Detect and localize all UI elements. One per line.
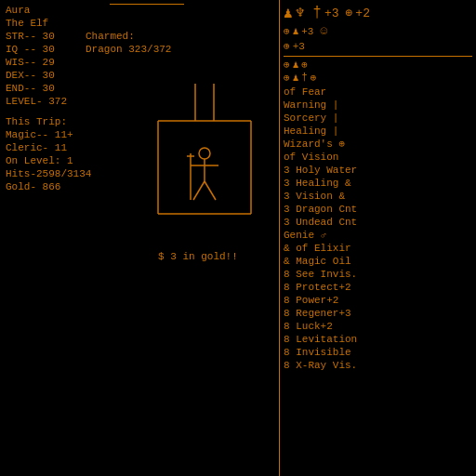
right-divider — [284, 56, 472, 57]
character-title: The Elf — [6, 17, 273, 30]
shield-icon: ⊕ — [346, 6, 353, 20]
figure-icon-3: ♟ — [293, 72, 299, 84]
ring-icon-5: ⊕ — [284, 72, 290, 84]
charmed-label: Charmed: — [86, 30, 171, 43]
ring-icon-2: ⊕ — [284, 40, 290, 52]
plus3-label: +3 — [324, 7, 339, 20]
gold-text: $ 3 in gold!! — [158, 251, 238, 262]
svg-point-6 — [199, 148, 210, 159]
stat-dex: DEX-- 30 — [6, 69, 67, 82]
plus3-label-2: +3 — [301, 26, 313, 37]
stats-block: STR-- 30 IQ -- 30 WIS-- 29 DEX-- 30 END-… — [6, 30, 67, 108]
cross-icon-2: † — [301, 72, 308, 84]
right-item-10: 3 Undead Cnt — [284, 216, 472, 229]
stat-level: LEVEL- 372 — [6, 95, 67, 108]
right-item-19: 8 Levitation — [284, 333, 472, 346]
right-panel: ♟ ♆ † +3 ⊕ +2 ⊕ ♟ +3 ☺ ⊕ +3 ⊕ ♟ ⊕ ⊕ ♟ † — [279, 0, 476, 476]
person-icon: ♟ — [284, 4, 293, 22]
right-item-12: & of Elixir — [284, 242, 472, 255]
icon-row-1: ♟ ♆ † +3 ⊕ +2 — [284, 4, 472, 22]
ring-icon-3: ⊕ — [284, 59, 290, 71]
right-items-list: of FearWarning |Sorcery |Healing |Wizard… — [284, 86, 472, 372]
svg-line-10 — [205, 181, 216, 200]
right-item-20: 8 Invisible — [284, 346, 472, 359]
game-container: Aura The Elf STR-- 30 IQ -- 30 WIS-- 29 … — [0, 0, 476, 476]
right-item-6: 3 Holy Water — [284, 164, 472, 177]
plus3-label-3: +3 — [293, 41, 305, 52]
stat-end: END-- 30 — [6, 82, 67, 95]
icon-cluster-row2: ⊕ ♟ † ⊕ — [284, 72, 472, 84]
right-item-3: Healing | — [284, 125, 472, 138]
figure-icon: ♟ — [293, 25, 299, 37]
figure-icon-2: ♟ — [293, 59, 299, 71]
right-item-14: 8 See Invis. — [284, 268, 472, 281]
right-item-1: Warning | — [284, 99, 472, 112]
ring-icon-6: ⊕ — [311, 72, 317, 84]
right-item-13: & Magic Oil — [284, 255, 472, 268]
right-item-18: 8 Luck+2 — [284, 320, 472, 333]
icon-row-3: ⊕ +3 — [284, 40, 472, 52]
plus2-label: +2 — [355, 7, 370, 20]
icon-cluster-row: ⊕ ♟ ⊕ — [284, 59, 472, 71]
character-name: Aura — [6, 4, 273, 17]
right-item-5: of Vision — [284, 151, 472, 164]
right-item-17: 8 Regener+3 — [284, 307, 472, 320]
stat-iq: IQ -- 30 — [6, 43, 67, 56]
charmed-value: Dragon 323/372 — [86, 43, 171, 56]
icon-row-2: ⊕ ♟ +3 ☺ — [284, 24, 472, 38]
right-item-15: 8 Protect+2 — [284, 281, 472, 294]
right-item-7: 3 Healing & — [284, 177, 472, 190]
trophy-icon: ♆ — [296, 4, 305, 22]
stat-wis: WIS-- 29 — [6, 56, 67, 69]
right-item-21: 8 X-Ray Vis. — [284, 359, 472, 372]
svg-line-9 — [193, 181, 205, 200]
right-item-16: 8 Power+2 — [284, 294, 472, 307]
ring-icon-1: ⊕ — [284, 25, 290, 37]
dungeon-room — [139, 84, 270, 242]
right-item-8: 3 Vision & — [284, 190, 472, 203]
right-item-2: Sorcery | — [284, 112, 472, 125]
cross-icon: † — [312, 5, 322, 21]
top-divider — [110, 4, 184, 5]
person-figure-icon: ☺ — [320, 24, 327, 38]
right-item-9: 3 Dragon Cnt — [284, 203, 472, 216]
right-item-0: of Fear — [284, 86, 472, 99]
right-item-4: Wizard's ⊕ — [284, 138, 472, 151]
stat-str: STR-- 30 — [6, 30, 67, 43]
left-panel: Aura The Elf STR-- 30 IQ -- 30 WIS-- 29 … — [0, 0, 279, 476]
ring-icon-4: ⊕ — [301, 59, 308, 71]
right-item-11: Genie ♂ — [284, 229, 472, 242]
